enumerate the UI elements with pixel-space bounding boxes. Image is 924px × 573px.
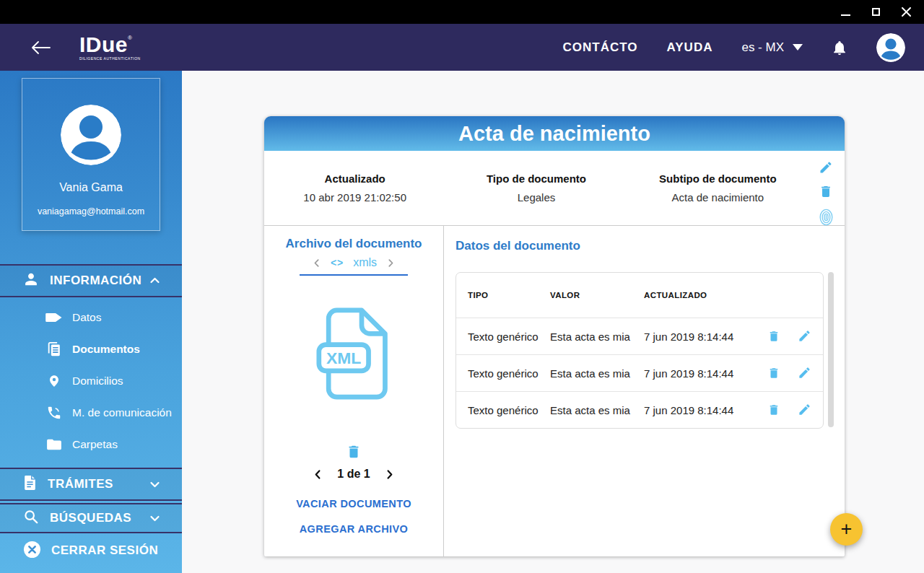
table-scrollbar[interactable] (828, 272, 834, 427)
sidebar-item-documentos[interactable]: Documentos (0, 333, 182, 365)
sidebar-section-label: INFORMACIÓN (50, 274, 141, 288)
main-content: Acta de nacimiento Actualizado 10 abr 20… (182, 71, 924, 573)
row-trash-icon[interactable] (767, 403, 780, 417)
sidebar: Vania Gama vaniagamag@hotmail.com INFORM… (0, 71, 182, 573)
col-actualizado: ACTUALIZADO (644, 291, 752, 299)
maximize-icon[interactable] (871, 7, 881, 17)
col-tipo: TIPO (456, 291, 550, 299)
sidebar-section-label: TRÁMITES (48, 477, 113, 491)
row-edit-icon[interactable] (798, 366, 811, 380)
code-icon: <> (331, 257, 344, 268)
language-selector[interactable]: es - MX (741, 40, 803, 55)
document-card-header: Acta de nacimiento (264, 116, 845, 151)
profile-name: Vania Gama (59, 181, 123, 194)
row-edit-icon[interactable] (798, 329, 811, 344)
nav-help-link[interactable]: AYUDA (667, 40, 713, 55)
add-fab-button[interactable]: + (830, 513, 863, 546)
svg-text:XML: XML (326, 349, 361, 367)
trash-icon[interactable] (819, 184, 833, 199)
data-panel: Datos del documento TIPO VALOR ACTUALIZA… (444, 226, 845, 556)
folder-icon (45, 438, 64, 451)
col-valor: VALOR (550, 291, 644, 299)
nav-contact-link[interactable]: CONTÁCTO (563, 40, 638, 55)
sidebar-subitems: Datos Documentos (0, 297, 182, 466)
documents-icon (45, 341, 64, 357)
minimize-icon[interactable] (840, 7, 850, 17)
sidebar-item-datos[interactable]: Datos (0, 302, 182, 333)
add-file-link[interactable]: AGREGAR ARCHIVO (264, 523, 443, 535)
row-edit-icon[interactable] (798, 403, 811, 417)
clear-document-link[interactable]: VACIAR DOCUMENTO (264, 498, 443, 509)
plus-icon: + (841, 518, 853, 541)
page-next-icon[interactable] (385, 469, 394, 480)
logout-label: CERRAR SESIÓN (51, 543, 158, 558)
logo-registered-mark: ® (128, 35, 132, 41)
page-indicator: 1 de 1 (337, 468, 370, 481)
meta-subtipo-documento: Subtipo de documento Acta de nacimiento (627, 172, 808, 204)
sidebar-item-domicilios[interactable]: Domicilios (0, 365, 182, 397)
phone-icon (45, 405, 64, 421)
row-trash-icon[interactable] (767, 366, 780, 380)
meta-tipo-documento: Tipo de documento Legales (445, 172, 627, 204)
sidebar-section-busquedas[interactable]: BÚSQUEDAS (0, 503, 182, 533)
chevron-up-icon (149, 276, 160, 286)
file-pagination: 1 de 1 (264, 468, 443, 481)
page-prev-icon[interactable] (313, 469, 323, 480)
sidebar-item-carpetas[interactable]: Carpetas (0, 429, 182, 460)
table-row: Texto genérico Esta acta es mia 7 jun 20… (456, 354, 823, 391)
app-logo: IDue ® DILIGENCE AUTHENTICATION (79, 34, 141, 61)
header-nav: CONTÁCTO AYUDA es - MX (563, 33, 905, 62)
file-panel-title: Archivo del documento (264, 237, 443, 251)
file-panel: Archivo del documento <> xmls (264, 226, 444, 556)
logout-button[interactable]: CERRAR SESIÓN (0, 533, 182, 568)
file-tabs: <> xmls (300, 256, 408, 276)
edit-icon[interactable] (819, 160, 833, 175)
notifications-bell-icon[interactable] (832, 39, 847, 56)
xml-file-icon[interactable]: XML (264, 306, 443, 403)
close-circle-icon (23, 541, 41, 561)
logo-title: IDue (79, 34, 128, 56)
tag-icon (45, 312, 64, 323)
table-row: Texto genérico Esta acta es mia 7 jun 20… (456, 391, 823, 428)
profile-card: Vania Gama vaniagamag@hotmail.com (22, 78, 160, 231)
chevron-down-icon (149, 479, 160, 489)
sidebar-section-tramites[interactable]: TRÁMITES (0, 468, 182, 501)
document-actions (812, 160, 840, 226)
table-row: Texto genérico Esta acta es mia 7 jun 20… (456, 318, 823, 354)
row-trash-icon[interactable] (767, 329, 780, 344)
close-icon[interactable] (901, 7, 911, 17)
app-header: IDue ® DILIGENCE AUTHENTICATION CONTÁCTO… (0, 24, 924, 71)
profile-email: vaniagamag@hotmail.com (38, 206, 144, 216)
tab-next-icon[interactable] (386, 258, 395, 268)
titlebar (0, 0, 924, 24)
meta-actualizado: Actualizado 10 abr 2019 21:02:50 (264, 172, 445, 204)
fingerprint-icon[interactable] (819, 209, 834, 226)
sidebar-section-informacion[interactable]: INFORMACIÓN (0, 264, 182, 297)
table-header-row: TIPO VALOR ACTUALIZADO (456, 273, 823, 318)
chevron-down-icon (149, 513, 160, 523)
document-card: Acta de nacimiento Actualizado 10 abr 20… (264, 116, 845, 556)
document-meta-row: Actualizado 10 abr 2019 21:02:50 Tipo de… (264, 151, 845, 226)
sidebar-nav: INFORMACIÓN Datos (0, 264, 182, 568)
profile-avatar (61, 105, 121, 165)
sidebar-section-label: BÚSQUEDAS (50, 511, 131, 525)
data-panel-title: Datos del documento (456, 239, 834, 253)
back-arrow-icon[interactable] (32, 41, 51, 54)
tab-prev-icon[interactable] (313, 258, 321, 268)
document-data-table: TIPO VALOR ACTUALIZADO Texto genérico Es… (456, 272, 824, 429)
search-icon (23, 509, 39, 528)
tab-xmls[interactable]: xmls (353, 256, 377, 269)
language-value: es - MX (741, 40, 784, 55)
user-avatar[interactable] (876, 33, 905, 62)
document-title: Acta de nacimiento (458, 122, 650, 146)
chevron-down-icon (793, 44, 803, 51)
logo-subtitle: DILIGENCE AUTHENTICATION (79, 57, 141, 61)
user-icon (23, 271, 39, 290)
file-trash-icon[interactable] (264, 443, 443, 460)
location-pin-icon (45, 373, 64, 389)
document-icon (23, 475, 37, 494)
sidebar-item-comunicacion[interactable]: M. de comunicación (0, 397, 182, 429)
